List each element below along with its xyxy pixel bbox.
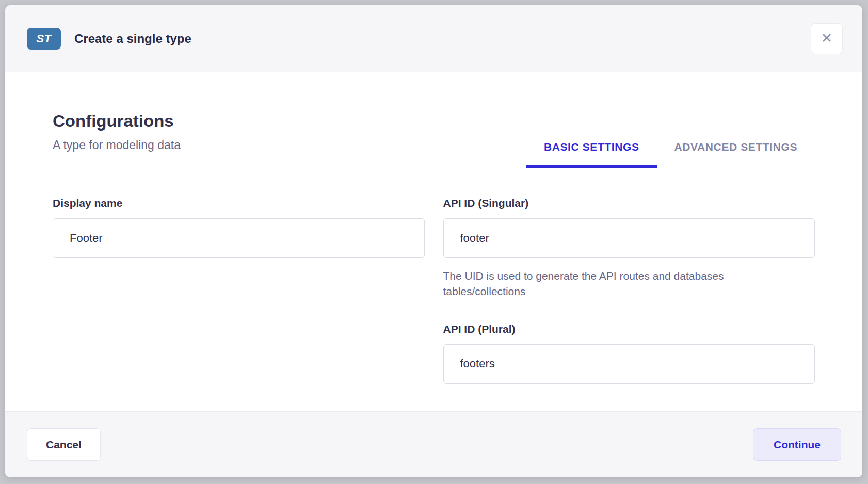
modal-body: Configurations A type for modeling data … bbox=[5, 72, 862, 411]
modal-footer: Cancel Continue bbox=[5, 411, 862, 477]
cancel-button[interactable]: Cancel bbox=[27, 428, 101, 461]
form-left-column: Display name bbox=[53, 197, 425, 384]
form-right-column: API ID (Singular) The UID is used to gen… bbox=[443, 197, 815, 384]
configurations-header: Configurations A type for modeling data … bbox=[53, 72, 815, 167]
close-button[interactable]: ✕ bbox=[811, 23, 843, 54]
page-title: Configurations bbox=[53, 111, 181, 131]
api-id-singular-field-group: API ID (Singular) The UID is used to gen… bbox=[443, 197, 815, 299]
configurations-form: Display name API ID (Singular) The UID i… bbox=[53, 167, 815, 384]
tab-advanced-settings[interactable]: ADVANCED SETTINGS bbox=[657, 141, 815, 167]
single-type-badge-icon: ST bbox=[27, 28, 61, 50]
display-name-input[interactable] bbox=[53, 218, 425, 258]
settings-tabs: BASIC SETTINGS ADVANCED SETTINGS bbox=[526, 141, 815, 167]
display-name-field-group: Display name bbox=[53, 197, 425, 258]
configurations-heading-block: Configurations A type for modeling data bbox=[53, 111, 181, 167]
close-icon: ✕ bbox=[821, 31, 833, 45]
api-id-plural-label: API ID (Plural) bbox=[443, 323, 815, 335]
api-id-plural-input[interactable] bbox=[443, 344, 815, 384]
api-id-singular-input[interactable] bbox=[443, 218, 815, 258]
continue-button[interactable]: Continue bbox=[753, 428, 841, 461]
api-id-singular-label: API ID (Singular) bbox=[443, 197, 815, 209]
modal-title: Create a single type bbox=[74, 31, 191, 46]
create-single-type-modal: ST Create a single type ✕ Configurations… bbox=[5, 5, 862, 477]
display-name-label: Display name bbox=[53, 197, 425, 209]
modal-header: ST Create a single type ✕ bbox=[5, 5, 862, 72]
api-id-singular-hint: The UID is used to generate the API rout… bbox=[443, 268, 766, 299]
tab-basic-settings[interactable]: BASIC SETTINGS bbox=[526, 141, 657, 167]
page-subtitle: A type for modeling data bbox=[53, 138, 181, 152]
api-id-plural-field-group: API ID (Plural) bbox=[443, 323, 815, 384]
